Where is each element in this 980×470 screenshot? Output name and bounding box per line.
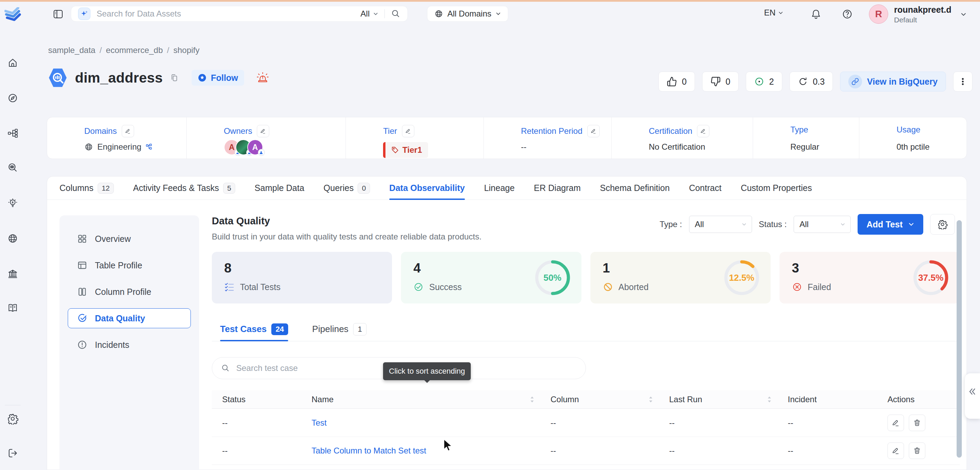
edit-test-button[interactable] <box>888 443 904 459</box>
notifications-bell-icon[interactable] <box>810 9 821 20</box>
breadcrumb-item[interactable]: shopify <box>173 45 199 55</box>
followers-count-button[interactable]: 2 <box>746 72 782 91</box>
breadcrumb-separator: / <box>167 45 170 55</box>
breadcrumb-item[interactable]: sample_data <box>48 45 95 55</box>
cell-status: -- <box>222 418 312 428</box>
table-row: -- Test -- -- -- <box>212 409 960 437</box>
tab-lineage[interactable]: Lineage <box>484 177 515 199</box>
discovery-search-eye-icon[interactable] <box>7 163 18 174</box>
edit-test-button[interactable] <box>888 414 904 431</box>
edit-tier-icon[interactable] <box>402 125 414 137</box>
tab-activity-feeds[interactable]: Activity Feeds & Tasks5 <box>133 177 235 199</box>
explore-compass-icon[interactable] <box>7 92 18 104</box>
field-label: Owners <box>224 126 252 136</box>
insights-bulb-icon[interactable] <box>7 198 18 209</box>
owner-avatars: A A <box>224 139 342 155</box>
header-last-run: Last Run <box>669 395 788 404</box>
breadcrumb: sample_data / ecommerce_db / shopify <box>48 45 199 55</box>
quality-controls: Type : All Status : All Add Test <box>660 214 955 235</box>
owner-avatar[interactable]: A <box>247 139 263 155</box>
scrollbar-thumb[interactable] <box>957 220 962 457</box>
usage-value: 0th pctile <box>896 142 929 152</box>
tab-data-observability[interactable]: Data Observability <box>389 177 465 199</box>
field-label: Domains <box>84 126 117 136</box>
collapse-panel-handle[interactable] <box>965 373 980 419</box>
breadcrumb-item[interactable]: ecommerce_db <box>106 45 163 55</box>
edit-certification-icon[interactable] <box>697 125 710 137</box>
edit-domains-icon[interactable] <box>122 125 134 137</box>
tier-tag[interactable]: Tier1 <box>383 142 428 158</box>
sidebar-item-incidents[interactable]: Incidents <box>68 335 191 355</box>
sidebar-item-table-profile[interactable]: Table Profile <box>68 255 191 275</box>
delete-test-button[interactable] <box>909 443 925 459</box>
upvote-button[interactable]: 0 <box>659 72 695 91</box>
total-tests-value: 8 <box>224 261 380 276</box>
tab-er-diagram[interactable]: ER Diagram <box>534 177 581 199</box>
settings-gear-icon[interactable] <box>7 413 19 425</box>
quality-panel-tabs: Test Cases 24 Pipelines 1 <box>212 317 960 341</box>
status-filter-select[interactable]: All <box>794 216 851 233</box>
all-domains-dropdown[interactable]: All Domains <box>427 6 508 22</box>
tab-schema-definition[interactable]: Schema Definition <box>600 177 670 199</box>
card-label: Aborted <box>619 282 649 292</box>
follow-button[interactable]: Follow <box>191 70 244 86</box>
edit-retention-icon[interactable] <box>587 125 600 137</box>
sidebar-item-data-quality[interactable]: Data Quality <box>68 308 191 328</box>
glossary-book-icon[interactable] <box>7 303 18 314</box>
alert-siren-icon[interactable] <box>256 72 269 84</box>
user-avatar[interactable]: R <box>869 5 888 24</box>
target-icon <box>754 76 764 87</box>
add-test-button[interactable]: Add Test <box>858 214 923 235</box>
tab-pipelines[interactable]: Pipelines 1 <box>312 317 367 341</box>
cell-last-run: -- <box>669 418 788 428</box>
copy-icon[interactable] <box>170 73 179 83</box>
test-case-link[interactable]: Table Column to Match Set test <box>312 446 550 456</box>
ai-sparkle-icon[interactable] <box>78 8 91 20</box>
tab-contract[interactable]: Contract <box>689 177 721 199</box>
edit-owners-icon[interactable] <box>257 125 269 137</box>
language-dropdown[interactable]: EN <box>764 8 783 18</box>
app-logo[interactable] <box>5 7 22 22</box>
platform-sitemap-icon[interactable] <box>7 127 18 139</box>
chevron-down-icon <box>495 11 501 16</box>
global-search-input[interactable] <box>97 9 354 19</box>
refresh-frequency-button[interactable]: 0.3 <box>789 72 833 91</box>
cell-status: -- <box>222 446 312 456</box>
global-search-bar: All <box>71 6 408 22</box>
user-menu[interactable]: rounakpreet.d Default <box>894 5 951 24</box>
sidebar-item-overview[interactable]: Overview <box>68 229 191 249</box>
success-percent: 50% <box>535 260 571 296</box>
header-name: Name <box>312 395 550 404</box>
field-label: Type <box>790 125 808 135</box>
tab-queries[interactable]: Queries0 <box>324 177 370 199</box>
domain-link[interactable]: Engineering <box>97 142 141 152</box>
delete-test-button[interactable] <box>909 414 925 431</box>
view-in-bigquery-button[interactable]: View in BigQuery <box>840 72 946 91</box>
cell-incident: -- <box>788 418 888 428</box>
quality-settings-button[interactable] <box>930 214 955 235</box>
tab-sample-data[interactable]: Sample Data <box>255 177 304 199</box>
type-filter-select[interactable]: All <box>689 216 752 233</box>
tab-custom-properties[interactable]: Custom Properties <box>741 177 812 199</box>
star-icon <box>198 73 207 82</box>
search-icon[interactable] <box>391 9 401 19</box>
tab-columns[interactable]: Columns12 <box>59 177 114 199</box>
cell-actions <box>888 414 960 431</box>
tag-icon <box>391 146 399 154</box>
sort-last-run-icon[interactable] <box>767 395 772 404</box>
logout-icon[interactable] <box>7 448 18 459</box>
sort-name-icon[interactable] <box>530 395 535 404</box>
downvote-button[interactable]: 0 <box>702 72 738 91</box>
sidebar-item-column-profile[interactable]: Column Profile <box>68 282 191 302</box>
tab-test-cases[interactable]: Test Cases 24 <box>220 317 288 341</box>
user-menu-chevron-icon[interactable] <box>960 11 967 18</box>
search-scope-dropdown[interactable]: All <box>360 9 378 19</box>
test-case-link[interactable]: Test <box>312 418 550 428</box>
govern-bank-icon[interactable] <box>7 268 18 279</box>
sort-column-icon[interactable] <box>648 395 653 404</box>
sidebar-toggle-icon[interactable] <box>52 9 64 20</box>
domains-globe-icon[interactable] <box>7 233 18 244</box>
more-options-button[interactable] <box>953 72 972 91</box>
help-icon[interactable] <box>842 9 853 20</box>
home-icon[interactable] <box>7 57 18 69</box>
